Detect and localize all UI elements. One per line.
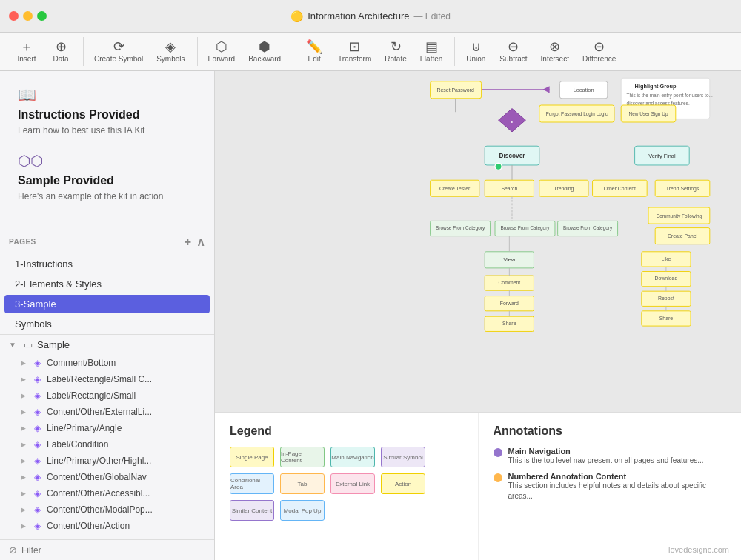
union-button[interactable]: ⊍ Union bbox=[459, 37, 492, 66]
ann-content-1: Main Navigation This is the top level na… bbox=[508, 447, 704, 466]
layer-item[interactable]: ▶ ◈ Content/Other/GlobalNav bbox=[0, 469, 214, 485]
svg-text:Download: Download bbox=[655, 276, 678, 281]
legend-items: Single Page In-Page Content Main Navigat… bbox=[230, 447, 463, 521]
toolbar-group-insert: ＋ Insert ⊕ Data bbox=[6, 37, 82, 66]
rotate-label: Rotate bbox=[385, 55, 406, 63]
difference-label: Difference bbox=[582, 55, 616, 63]
layer-header-sample[interactable]: ▼ ▭ Sample bbox=[0, 335, 214, 355]
layer-item[interactable]: ▶ ◈ Label/Condition bbox=[0, 436, 214, 453]
layer-item[interactable]: ▶ ◈ Line/Primary/Angle bbox=[0, 420, 214, 436]
subtract-button[interactable]: ⊖ Subtract bbox=[494, 37, 533, 66]
title-emoji: 🟡 bbox=[290, 10, 303, 22]
svg-text:Trending: Trending bbox=[554, 186, 574, 192]
page-item-instructions[interactable]: 1-Instructions bbox=[4, 255, 210, 273]
symbols-icon: ◈ bbox=[165, 40, 176, 53]
filter-icon: ⊘ bbox=[9, 544, 17, 556]
layer-item[interactable]: ▶ ◈ Content/Other/ModalPop... bbox=[0, 501, 214, 518]
layers-section: ▼ ▭ Sample ▶ ◈ Comment/Bottom ▶ ◈ Label/… bbox=[0, 334, 214, 539]
transform-button[interactable]: ⊡ Transform bbox=[332, 37, 377, 66]
svg-point-43 bbox=[495, 163, 502, 170]
insert-icon: ＋ bbox=[20, 40, 33, 53]
ann-content-2: Numbered Annotation Content This section… bbox=[508, 472, 727, 501]
create-symbol-button[interactable]: ⟳ Create Symbol bbox=[88, 37, 149, 66]
svg-text:New User Sign Up: New User Sign Up bbox=[629, 111, 668, 117]
layer-item-icon: ◈ bbox=[34, 504, 41, 515]
layer-name-sample: Sample bbox=[37, 339, 70, 350]
layer-item[interactable]: ▶ ◈ Content/Other/Action bbox=[0, 518, 214, 534]
difference-button[interactable]: ⊝ Difference bbox=[576, 37, 622, 66]
layer-item-name: Content/Other/Accessibl... bbox=[47, 488, 150, 499]
annotation-item-1: Main Navigation This is the top level na… bbox=[494, 447, 727, 466]
instructions-desc: Learn how to best use this IA Kit bbox=[18, 124, 196, 137]
layer-item-icon: ◈ bbox=[34, 456, 41, 466]
svg-text:Discover: Discover bbox=[499, 153, 526, 159]
layer-item[interactable]: ▶ ◈ Label/Rectangle/Small bbox=[0, 387, 214, 404]
legend-item-similar-content: Similar Content bbox=[230, 500, 274, 521]
legend-shape-main-nav: Main Navigation bbox=[330, 447, 375, 467]
edit-icon: ✏️ bbox=[306, 40, 322, 53]
layer-item-chevron: ▶ bbox=[21, 441, 28, 448]
filter-input[interactable] bbox=[21, 545, 205, 556]
layer-item[interactable]: ▶ ◈ Line/Primary/Other/Highl... bbox=[0, 453, 214, 469]
add-page-button[interactable]: + bbox=[185, 236, 192, 248]
pages-label: PAGES bbox=[9, 238, 36, 246]
toolbar-group-boolean: ⊍ Union ⊖ Subtract ⊗ Intersect ⊝ Differe… bbox=[454, 37, 626, 66]
svg-text:Verify Final: Verify Final bbox=[648, 153, 676, 159]
minimize-button[interactable] bbox=[23, 11, 33, 21]
svg-text:Forgot Password Login Logic: Forgot Password Login Logic bbox=[546, 111, 608, 117]
layer-item[interactable]: ▶ ◈ Content/Other/ExternalLi... bbox=[0, 534, 214, 539]
svg-text:Repost: Repost bbox=[658, 296, 674, 301]
svg-text:•: • bbox=[511, 119, 513, 124]
legend-item-external-link: External Link bbox=[330, 473, 375, 494]
branding-bar: lovedesignc.com bbox=[668, 545, 729, 554]
symbols-button[interactable]: ◈ Symbols bbox=[150, 37, 190, 66]
page-item-symbols[interactable]: Symbols bbox=[4, 315, 210, 333]
page-item-elements[interactable]: 2-Elements & Styles bbox=[4, 275, 210, 293]
maximize-button[interactable] bbox=[37, 11, 47, 21]
layer-item-chevron: ▶ bbox=[21, 359, 28, 367]
sample-icon: ⬡⬡ bbox=[18, 152, 196, 170]
flow-svg: Highlight Group This is the main entry p… bbox=[215, 71, 741, 412]
forward-button[interactable]: ⬡ Forward bbox=[202, 37, 242, 66]
legend-shape-conditional: Conditional Area bbox=[230, 473, 274, 494]
ann-dot-2 bbox=[494, 473, 502, 482]
page-item-sample[interactable]: 3-Sample bbox=[4, 295, 210, 313]
layer-item-icon: ◈ bbox=[34, 439, 41, 450]
title-edited: — Edited bbox=[413, 11, 450, 21]
legend-shape-in-page: In-Page Content bbox=[280, 447, 325, 467]
legend-item-modal-popup: Modal Pop Up bbox=[280, 500, 325, 521]
layer-item-icon: ◈ bbox=[34, 521, 41, 531]
intersect-label: Intersect bbox=[541, 55, 569, 63]
layer-item-chevron: ▶ bbox=[21, 408, 28, 416]
ann-dot-1 bbox=[494, 448, 502, 457]
flatten-button[interactable]: ▤ Flatten bbox=[414, 37, 449, 66]
layer-item-name: Label/Rectangle/Small C... bbox=[47, 374, 152, 384]
legend-item-main-nav: Main Navigation bbox=[330, 447, 375, 467]
instructions-icon: 📖 bbox=[18, 86, 196, 104]
layer-item[interactable]: ▶ ◈ Label/Rectangle/Small C... bbox=[0, 371, 214, 387]
layer-item[interactable]: ▶ ◈ Comment/Bottom bbox=[0, 355, 214, 371]
layer-item[interactable]: ▶ ◈ Content/Other/ExternalLi... bbox=[0, 404, 214, 420]
union-label: Union bbox=[466, 55, 485, 63]
insert-button[interactable]: ＋ Insert bbox=[10, 37, 43, 66]
layer-item-icon: ◈ bbox=[34, 407, 41, 417]
svg-text:Like: Like bbox=[662, 256, 671, 261]
layers-list: ▶ ◈ Comment/Bottom ▶ ◈ Label/Rectangle/S… bbox=[0, 355, 214, 539]
titlebar: 🟡 Information Architecture — Edited bbox=[0, 0, 741, 33]
svg-text:View: View bbox=[503, 256, 516, 263]
close-button[interactable] bbox=[9, 11, 19, 21]
canvas-area[interactable]: Highlight Group This is the main entry p… bbox=[215, 71, 741, 560]
data-button[interactable]: ⊕ Data bbox=[44, 37, 77, 66]
app-title: Information Architecture bbox=[308, 10, 409, 21]
backward-button[interactable]: ⬢ Backward bbox=[242, 37, 287, 66]
layer-item-name: Comment/Bottom bbox=[47, 358, 116, 368]
svg-text:Browse From Category: Browse From Category bbox=[436, 225, 485, 231]
edit-button[interactable]: ✏️ Edit bbox=[298, 37, 330, 66]
layer-item[interactable]: ▶ ◈ Content/Other/Accessibl... bbox=[0, 485, 214, 501]
rotate-button[interactable]: ↻ Rotate bbox=[379, 37, 412, 66]
layer-item-chevron: ▶ bbox=[21, 473, 28, 481]
svg-text:This is the main entry point f: This is the main entry point for users t… bbox=[627, 93, 713, 99]
pages-collapse-button[interactable]: ∧ bbox=[196, 236, 206, 248]
svg-text:Create Panel: Create Panel bbox=[668, 233, 698, 239]
intersect-button[interactable]: ⊗ Intersect bbox=[535, 37, 575, 66]
